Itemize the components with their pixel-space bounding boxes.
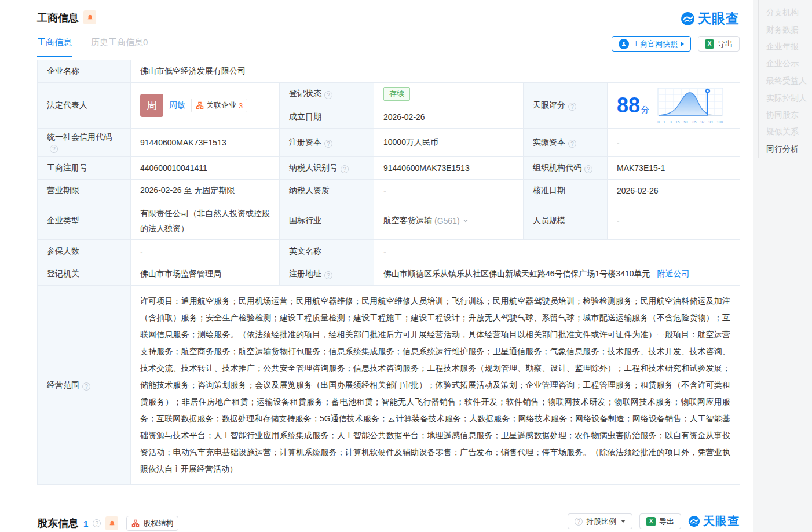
sidebar-item-beneficiary[interactable]: 最终受益人 xyxy=(766,76,807,86)
score-distribution-chart: 0131550859799100 xyxy=(657,88,725,124)
help-icon[interactable] xyxy=(324,140,332,148)
excel-icon xyxy=(646,517,656,526)
help-icon[interactable] xyxy=(568,103,576,111)
field-value-approval-date: 2026-02-26 xyxy=(608,180,740,202)
nearby-companies-link[interactable]: 附近公司 xyxy=(657,269,689,278)
field-label-establish-date: 成立日期 xyxy=(280,105,374,129)
field-value-reg-address: 佛山市顺德区乐从镇乐从社区佛山新城天虹路46号信保广场1号楼3410单元 附近公… xyxy=(374,263,740,286)
bell-icon xyxy=(108,520,116,527)
bell-icon xyxy=(86,14,94,21)
tianyancha-brand: 天眼查 xyxy=(688,513,740,529)
sidebar-item-public-notice[interactable]: 企业公示 xyxy=(766,59,799,69)
business-info-panel: 工商信息 天眼查 工商官网快照 导出 工商信息 历史工商信息0 企业名称 佛山市 xyxy=(23,0,747,532)
sidebar-item-suspected[interactable]: 疑似关系 xyxy=(766,127,799,137)
help-icon[interactable] xyxy=(50,145,58,153)
field-value-taxpayer-quality: - xyxy=(374,180,524,202)
tab-business-info[interactable]: 工商信息 xyxy=(37,37,72,57)
field-label-insured-count: 参保人数 xyxy=(38,240,131,263)
shareholders-section: 股东信息 1 股权结构 持股比例 导出 天眼查 xyxy=(37,515,740,532)
field-value-paid-capital: - xyxy=(608,129,740,157)
page-title: 工商信息 xyxy=(37,11,79,25)
field-value-company-type: 有限责任公司（非自然人投资或控股的法人独资） xyxy=(131,202,280,240)
field-label-approval-date: 核准日期 xyxy=(524,180,608,202)
industry-code: (G561) xyxy=(434,216,460,225)
official-snapshot-button[interactable]: 工商官网快照 xyxy=(612,36,691,52)
chevron-down-icon[interactable] xyxy=(462,217,469,224)
field-label-reg-authority: 登记机关 xyxy=(38,263,131,286)
field-label-industry: 国标行业 xyxy=(280,202,374,240)
brand-text: 天眼查 xyxy=(703,513,740,529)
field-value-industry: 航空客货运输 (G561) xyxy=(374,202,524,240)
legal-rep-link[interactable]: 周敏 xyxy=(169,100,185,111)
org-chart-icon xyxy=(196,101,204,110)
anchor-nav: 分支机构 财务数据 企业年报 企业公示 最终受益人 实际控制人 协同股东 疑似关… xyxy=(753,0,812,532)
holding-ratio-label: 持股比例 xyxy=(586,516,616,527)
tab-history-business-info[interactable]: 历史工商信息0 xyxy=(91,37,148,57)
shareholders-title: 股东信息 xyxy=(37,516,79,530)
field-label-reg-status: 登记状态 xyxy=(280,83,374,105)
business-info-table: 企业名称 佛山市低空经济发展有限公司 法定代表人 周 周敏 关联企业 3 登记状… xyxy=(37,60,740,485)
tianyancha-logo-icon xyxy=(688,515,700,527)
field-label-org-code: 组织机构代码 xyxy=(524,157,608,180)
field-value-score: 88分 xyxy=(608,83,740,129)
field-value-business-term: 2026-02-26 至 无固定期限 xyxy=(131,180,280,202)
field-value-reg-capital: 10000万人民币 xyxy=(374,129,524,157)
sidebar-item-peer-analysis[interactable]: 同行分析 xyxy=(766,144,799,155)
related-companies-badge[interactable]: 关联企业 3 xyxy=(191,99,247,112)
equity-structure-label: 股权结构 xyxy=(143,518,173,529)
sidebar-item-controller[interactable]: 实际控制人 xyxy=(766,93,807,104)
snapshot-label: 工商官网快照 xyxy=(632,39,678,49)
subscribe-bell-button[interactable] xyxy=(83,10,96,24)
brand-text: 天眼查 xyxy=(698,10,740,28)
field-label-english-name: 英文名称 xyxy=(280,240,374,263)
field-value-credit-code: 91440600MAK73E1513 xyxy=(131,129,280,157)
sidebar-item-co-shareholders[interactable]: 协同股东 xyxy=(766,110,799,121)
field-label-credit-code: 统一社会信用代码 xyxy=(38,129,131,157)
tianyancha-logo-icon xyxy=(681,12,695,26)
field-label-taxpayer-id: 纳税人识别号 xyxy=(280,157,374,180)
help-icon[interactable] xyxy=(82,382,90,391)
help-icon[interactable] xyxy=(568,140,576,148)
export-label: 导出 xyxy=(659,516,674,527)
org-chart-icon xyxy=(131,519,140,527)
sidebar-item-annual-report[interactable]: 企业年报 xyxy=(766,42,799,52)
export-button[interactable]: 导出 xyxy=(698,36,740,52)
field-value-reg-number: 440600010041411 xyxy=(131,157,280,180)
export-shareholders-button[interactable]: 导出 xyxy=(639,513,681,529)
field-label-score: 天眼评分 xyxy=(524,83,608,129)
related-companies-label: 关联企业 xyxy=(206,100,236,111)
field-value-english-name: - xyxy=(374,240,740,263)
field-value-legal-rep: 周 周敏 关联企业 3 xyxy=(131,83,280,129)
field-label-reg-address: 注册地址 xyxy=(280,263,374,286)
field-value-staff-size: - xyxy=(608,202,740,240)
field-label-taxpayer-quality: 纳税人资质 xyxy=(280,180,374,202)
info-tabs: 工商信息 历史工商信息0 xyxy=(37,37,148,57)
help-icon[interactable] xyxy=(93,519,101,527)
sidebar-item-financial-data[interactable]: 财务数据 xyxy=(766,25,799,35)
equity-structure-button[interactable]: 股权结构 xyxy=(126,516,178,531)
subscribe-bell-button[interactable] xyxy=(105,516,118,530)
help-icon[interactable] xyxy=(324,91,332,99)
field-label-business-scope: 经营范围 xyxy=(38,286,131,485)
shareholders-count: 1 xyxy=(83,519,88,529)
field-label-reg-capital: 注册资本 xyxy=(280,129,374,157)
help-icon xyxy=(575,518,583,526)
help-icon[interactable] xyxy=(324,271,332,279)
tianyancha-brand: 天眼查 xyxy=(681,10,740,28)
field-value-reg-status: 存续 xyxy=(374,83,524,105)
score-curve xyxy=(657,88,723,118)
score-value: 88分 xyxy=(617,95,649,116)
legal-rep-avatar[interactable]: 周 xyxy=(140,94,163,117)
nav-rail xyxy=(758,0,759,158)
holding-ratio-dropdown[interactable]: 持股比例 xyxy=(568,513,632,529)
caret-right-icon xyxy=(681,42,684,46)
field-value-establish-date: 2026-02-26 xyxy=(374,105,524,129)
score-axis-ticks: 0131550859799100 xyxy=(657,120,723,124)
field-label-legal-rep: 法定代表人 xyxy=(38,83,131,129)
sidebar-item-branches[interactable]: 分支机构 xyxy=(766,8,799,18)
help-icon[interactable] xyxy=(341,165,349,173)
export-label: 导出 xyxy=(718,39,733,49)
field-label-reg-number: 工商注册号 xyxy=(38,157,131,180)
field-label-paid-capital: 实缴资本 xyxy=(524,129,608,157)
help-icon[interactable] xyxy=(584,165,592,173)
